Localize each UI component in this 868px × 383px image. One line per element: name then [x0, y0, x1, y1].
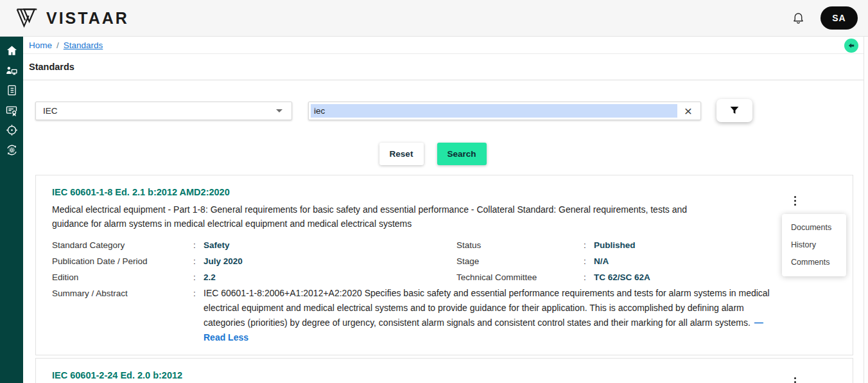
summary-row: Summary / Abstract : IEC 60601-1-8:2006+…	[52, 286, 853, 345]
chevron-down-icon	[276, 109, 282, 112]
standard-title-link[interactable]: IEC 60601-2-24 Ed. 2.0 b:2012	[52, 370, 182, 380]
summary-body: IEC 60601-1-8:2006+A1:2012+A2:2020 Speci…	[204, 288, 770, 328]
field-value: Published	[594, 240, 650, 250]
field-value: July 2020	[204, 256, 456, 266]
breadcrumb: Home / Standards	[23, 37, 868, 54]
results-list: IEC 60601-1-8 Ed. 2.1 b:2012 AMD2:2020 M…	[35, 175, 853, 383]
standard-description: Medical electrical equipment - Part 1-8:…	[52, 202, 694, 231]
main-area: Home / Standards Standards IEC ×	[23, 37, 868, 383]
sidebar-item-certificates[interactable]	[0, 100, 23, 120]
field-label: Status	[456, 240, 584, 250]
field-value: TC 62/SC 62A	[594, 272, 650, 282]
card-menu-kebab-icon[interactable]	[792, 375, 799, 383]
search-field-wrap: ×	[308, 102, 701, 120]
filter-row: IEC ×	[35, 99, 868, 122]
sidebar-item-documents[interactable]	[0, 80, 23, 100]
page-title: Standards	[29, 62, 74, 72]
sidebar-item-settings[interactable]	[0, 140, 23, 160]
standard-type-select[interactable]: IEC	[35, 102, 292, 120]
field-colon: :	[584, 256, 594, 266]
sidebar-item-users[interactable]	[0, 60, 23, 80]
field-colon: :	[193, 272, 204, 282]
menu-item-documents[interactable]: Documents	[782, 219, 846, 236]
result-card-1: IEC 60601-1-8 Ed. 2.1 b:2012 AMD2:2020 M…	[35, 175, 853, 355]
field-colon: :	[193, 256, 204, 266]
title-row: Standards	[23, 54, 868, 80]
breadcrumb-separator: /	[56, 40, 59, 50]
sidebar	[0, 37, 23, 383]
menu-item-history[interactable]: History	[782, 236, 846, 254]
filter-button[interactable]	[716, 99, 752, 122]
sidebar-item-target[interactable]	[0, 120, 23, 140]
certificate-icon	[5, 104, 18, 117]
sidebar-item-home[interactable]	[0, 40, 23, 60]
field-label: Edition	[52, 272, 193, 282]
field-value: 2.2	[204, 272, 456, 282]
crosshair-target-icon	[5, 123, 19, 137]
field-colon: :	[193, 286, 204, 345]
summary-label: Summary / Abstract	[52, 286, 193, 345]
field-label: Stage	[456, 256, 584, 266]
breadcrumb-standards-link[interactable]: Standards	[64, 40, 103, 50]
scrollbar[interactable]	[864, 37, 868, 383]
back-arrow-icon	[847, 42, 855, 49]
field-label: Standard Category	[52, 240, 193, 250]
document-icon	[6, 84, 18, 96]
breadcrumb-home-link[interactable]: Home	[29, 40, 52, 50]
fields-left-column: Standard Category : Safety Publication D…	[52, 237, 456, 285]
brand-name: VISTAAR	[46, 9, 129, 28]
field-colon: :	[584, 240, 594, 250]
standard-fields: Standard Category : Safety Publication D…	[52, 237, 853, 285]
topbar-right: SA	[792, 6, 858, 30]
select-value: IEC	[43, 106, 58, 116]
clear-search-icon[interactable]: ×	[680, 102, 697, 120]
fields-right-column: Status : Published Stage : N/A Technical…	[456, 237, 650, 285]
field-colon: :	[584, 272, 594, 282]
field-label: Publication Date / Period	[52, 256, 193, 266]
search-button[interactable]: Search	[437, 143, 487, 165]
result-card-2: IEC 60601-2-24 Ed. 2.0 b:2012 Medical el…	[35, 358, 853, 383]
search-input[interactable]	[309, 102, 700, 120]
field-colon: :	[193, 240, 204, 250]
field-value: N/A	[594, 256, 650, 266]
standard-title-link[interactable]: IEC 60601-1-8 Ed. 2.1 b:2012 AMD2:2020	[52, 187, 230, 197]
brand: VISTAAR	[15, 7, 129, 29]
funnel-icon	[729, 105, 740, 116]
topbar: VISTAAR SA	[0, 0, 868, 37]
notification-bell-icon[interactable]	[792, 11, 805, 25]
home-icon	[6, 44, 18, 57]
back-button[interactable]	[844, 39, 858, 53]
gear-sync-icon	[5, 143, 19, 157]
field-label: Technical Committee	[456, 272, 584, 282]
action-row: Reset Search	[23, 143, 842, 165]
field-value: Safety	[204, 240, 456, 250]
vistaar-logo-icon	[15, 7, 39, 29]
summary-text: IEC 60601-1-8:2006+A1:2012+A2:2020 Speci…	[204, 286, 771, 345]
menu-item-comments[interactable]: Comments	[782, 254, 846, 271]
user-avatar[interactable]: SA	[820, 6, 858, 30]
card-menu-kebab-icon[interactable]	[792, 193, 799, 208]
card-context-menu: Documents History Comments	[782, 214, 846, 276]
reset-button[interactable]: Reset	[379, 143, 424, 165]
user-workstation-icon	[5, 64, 18, 77]
